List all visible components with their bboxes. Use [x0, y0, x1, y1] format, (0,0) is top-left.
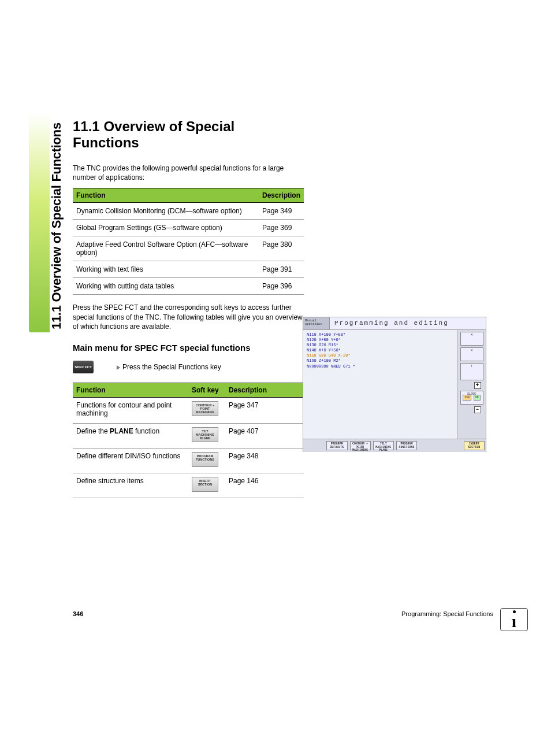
table2-header-softkey: Soft key	[188, 383, 225, 397]
cell-softkey: CONTOUR + POINT MACHINING	[188, 397, 225, 423]
plus-icon: +	[474, 382, 481, 389]
softkey-icon: PROGRAM FUNCTIONS	[192, 452, 218, 467]
scr-softkey: CONTOUR + POINT MACHINING	[350, 441, 371, 450]
softkey-icon: CONTOUR + POINT MACHINING	[192, 401, 218, 416]
table-row: Define the PLANE function TILT MACHINING…	[73, 423, 304, 448]
cell-func: Define the PLANE function	[73, 423, 188, 448]
side-mini-t: T	[460, 363, 483, 380]
table-row: Define different DIN/ISO functions PROGR…	[73, 448, 304, 473]
table-row: Functions for contour and point machinin…	[73, 397, 304, 423]
cell-desc: Page 347	[225, 397, 304, 423]
screenshot-softkey-bar: PROGRAM DEFAULTS CONTOUR + POINT MACHINI…	[303, 439, 486, 452]
cell-func: Define different DIN/ISO functions	[73, 448, 188, 473]
table1-header-description: Description	[259, 188, 304, 203]
cell-softkey: TILT MACHINING PLANE	[188, 423, 225, 448]
cell-desc: Page 369	[259, 220, 304, 236]
scr-softkey: TILT MACHINING PLANE	[373, 441, 394, 450]
table2-header-description: Description	[225, 383, 304, 397]
cnc-screenshot: Manual operation Programming and editing…	[303, 317, 486, 452]
cell-func: Working with text files	[73, 261, 259, 278]
screenshot-title: Programming and editing	[330, 317, 486, 329]
cell-func: Working with cutting data tables	[73, 278, 259, 295]
chapter-side-tab	[29, 113, 50, 332]
table-row: Working with cutting data tables Page 39…	[73, 278, 304, 295]
functions-table-2: Function Soft key Description Functions …	[73, 383, 304, 498]
side-mini-m2: M	[460, 347, 483, 361]
info-icon: ı	[500, 608, 528, 631]
scr-softkey: PROGRAM DEFAULTS	[326, 441, 347, 450]
cell-func: Global Program Settings (GS—software opt…	[73, 220, 259, 236]
cell-desc: Page 146	[225, 473, 304, 498]
scr-softkey: PROGRAM FUNCTIONS	[396, 441, 417, 450]
page-number: 346	[73, 610, 83, 617]
table-row: Define structure items INSERT SECTION Pa…	[73, 473, 304, 498]
table-row: Adaptive Feed Control Software Option (A…	[73, 236, 304, 261]
cell-func: Dynamic Collision Monitoring (DCM—softwa…	[73, 203, 259, 220]
chapter-side-tab-text: 11.1 Overview of Special Functions	[49, 123, 64, 329]
screenshot-side-panel: M M T + S100% OFF ON −	[457, 330, 486, 439]
press-instruction: Press the Special Functions key	[117, 363, 221, 371]
softkey-icon: INSERT SECTION	[192, 477, 218, 492]
page-heading: 11.1 Overview of Special Functions	[73, 118, 304, 151]
cell-desc: Page 380	[259, 236, 304, 261]
cell-desc: Page 391	[259, 261, 304, 278]
cell-func: Define structure items	[73, 473, 188, 498]
cell-desc: Page 348	[225, 448, 304, 473]
cell-softkey: PROGRAM FUNCTIONS	[188, 448, 225, 473]
scr-softkey-insert: INSERT SECTION	[464, 441, 485, 450]
spec-fct-key-icon: SPEC FCT	[73, 361, 94, 373]
cell-softkey: INSERT SECTION	[188, 473, 225, 498]
footer-section-label: Programming: Special Functions	[401, 610, 493, 617]
cell-desc: Page 349	[259, 203, 304, 220]
cell-func: Adaptive Feed Control Software Option (A…	[73, 236, 259, 261]
cell-desc: Page 396	[259, 278, 304, 295]
table-row: Working with text files Page 391	[73, 261, 304, 278]
intro-paragraph: The TNC provides the following powerful …	[73, 164, 304, 182]
subheading: Main menu for SPEC FCT special functions	[73, 343, 304, 353]
softkey-icon: TILT MACHINING PLANE	[192, 427, 218, 442]
table-row: Global Program Settings (GS—software opt…	[73, 220, 304, 236]
cell-desc: Page 407	[225, 423, 304, 448]
minus-icon: −	[474, 406, 481, 413]
side-mini-m: M	[460, 332, 483, 346]
cell-func: Functions for contour and point machinin…	[73, 397, 188, 423]
functions-table-1: Function Description Dynamic Collision M…	[73, 188, 304, 295]
triangle-bullet-icon	[117, 365, 120, 370]
table-row: Dynamic Collision Monitoring (DCM—softwa…	[73, 203, 304, 220]
screenshot-mode-label: Manual operation	[303, 317, 330, 329]
table2-header-function: Function	[73, 383, 188, 397]
paragraph-specfct: Press the SPEC FCT and the corresponding…	[73, 303, 304, 331]
table1-header-function: Function	[73, 188, 259, 203]
screenshot-code-area: N110 X+100 Y+50* N120 X+50 Y+0* N130 G26…	[303, 330, 457, 439]
side-mini-s: S100% OFF ON	[460, 391, 483, 405]
